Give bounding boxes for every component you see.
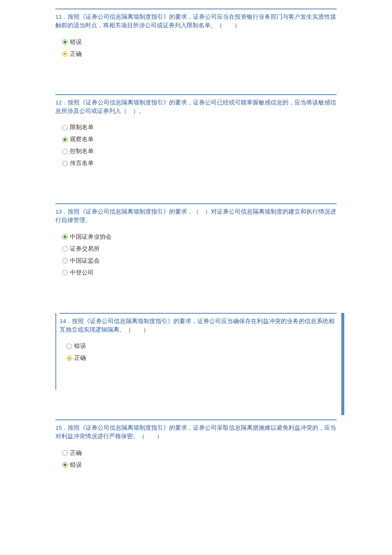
option-label: 传言名单 [70, 159, 94, 167]
question-divider: 12．按照《证券公司信息隔离墙制度指引》的要求，证券公司已经或可能掌握敏感信息的… [55, 94, 337, 119]
option-label: 正确 [74, 354, 86, 362]
question-number: 15． [55, 425, 68, 431]
question-divider: 14．按照《证券公司信息隔离墙制度指引》的要求，证券公司应当确保存在利益冲突的业… [60, 313, 337, 338]
question-number: 13． [55, 208, 68, 215]
question-divider: 13．按照《证券公司信息隔离墙制度指引》的要求，（ ）对证券公司信息隔离墙制度的… [55, 203, 337, 228]
radio-icon[interactable] [62, 161, 68, 166]
radio-icon[interactable] [62, 149, 68, 154]
radio-icon[interactable] [62, 51, 68, 57]
radio-icon[interactable] [66, 344, 72, 349]
question-number: 14． [60, 318, 72, 324]
options-group: 错误 正确 [60, 338, 337, 364]
question-body: 按照《证券公司信息隔离墙制度指引》的要求，证券公司应当确保存在利益冲突的业务的信… [60, 318, 334, 333]
option-label: 错误 [70, 461, 82, 469]
question-divider: 11．按照《证券公司信息隔离墙制度指引》的要求，证券公司应当在投资银行业务部门与… [55, 9, 337, 34]
option-row[interactable]: 错误 [62, 459, 337, 471]
question-11: 11．按照《证券公司信息隔离墙制度指引》的要求，证券公司应当在投资银行业务部门与… [55, 9, 337, 60]
option-row[interactable]: 观察名单 [62, 133, 337, 145]
option-label: 中国证监会 [70, 257, 100, 265]
option-label: 限制名单 [70, 124, 94, 131]
option-row[interactable]: 错误 [62, 36, 337, 48]
question-number: 11． [55, 14, 68, 20]
question-12: 12．按照《证券公司信息隔离墙制度指引》的要求，证券公司已经或可能掌握敏感信息的… [55, 94, 337, 170]
option-row[interactable]: 正确 [62, 48, 337, 60]
option-label: 观察名单 [70, 136, 94, 143]
radio-icon[interactable] [62, 450, 68, 456]
option-label: 错误 [70, 38, 82, 46]
option-row[interactable]: 传言名单 [62, 157, 337, 169]
question-14-box: 14．按照《证券公司信息隔离墙制度指引》的要求，证券公司应当确保存在利益冲突的业… [55, 313, 337, 390]
question-body: 按照《证券公司信息隔离墙制度指引》的要求，证券公司采取信息隔离措施难以避免利益冲… [55, 425, 336, 439]
option-label: 正确 [70, 449, 82, 457]
question-13: 13．按照《证券公司信息隔离墙制度指引》的要求，（ ）对证券公司信息隔离墙制度的… [55, 203, 337, 279]
option-label: 中国证券业协会 [70, 233, 112, 241]
option-label: 控制名单 [70, 147, 94, 155]
radio-icon[interactable] [62, 137, 68, 142]
options-group: 正确 错误 [55, 445, 337, 471]
radio-icon[interactable] [66, 356, 72, 361]
question-text: 11．按照《证券公司信息隔离墙制度指引》的要求，证券公司应当在投资银行业务部门与… [55, 13, 337, 34]
radio-icon[interactable] [62, 258, 68, 263]
options-group: 限制名单 观察名单 控制名单 传言名单 [55, 119, 337, 169]
option-label: 错误 [74, 342, 86, 350]
option-label: 证券交易所 [70, 245, 100, 253]
question-text: 14．按照《证券公司信息隔离墙制度指引》的要求，证券公司应当确保存在利益冲突的业… [60, 317, 337, 338]
question-body: 按照《证券公司信息隔离墙制度指引》的要求，（ ）对证券公司信息隔离墙制度的建立和… [55, 208, 336, 223]
options-group: 中国证券业协会 证券交易所 中国证监会 中登公司 [55, 228, 337, 279]
radio-icon[interactable] [62, 125, 68, 130]
question-body: 按照《证券公司信息隔离墙制度指引》的要求，证券公司应当在投资银行业务部门与客户发… [55, 14, 336, 29]
radio-icon[interactable] [62, 462, 68, 468]
option-row[interactable]: 证券交易所 [62, 243, 337, 255]
radio-icon[interactable] [62, 270, 68, 275]
option-row[interactable]: 控制名单 [62, 145, 337, 157]
question-number: 12． [55, 99, 68, 106]
radio-icon[interactable] [62, 39, 68, 45]
option-row[interactable]: 中登公司 [62, 267, 337, 279]
option-row[interactable]: 正确 [66, 352, 337, 364]
question-divider: 15．按照《证券公司信息隔离墙制度指引》的要求，证券公司采取信息隔离措施难以避免… [55, 419, 337, 445]
option-label: 正确 [70, 50, 82, 58]
question-text: 12．按照《证券公司信息隔离墙制度指引》的要求，证券公司已经或可能掌握敏感信息的… [55, 98, 337, 119]
option-label: 中登公司 [70, 269, 94, 277]
question-15: 15．按照《证券公司信息隔离墙制度指引》的要求，证券公司采取信息隔离措施难以避免… [55, 419, 337, 471]
option-row[interactable]: 中国证监会 [62, 255, 337, 267]
radio-icon[interactable] [62, 246, 68, 251]
right-bar-icon [341, 313, 344, 416]
question-body: 按照《证券公司信息隔离墙制度指引》的要求，证券公司已经或可能掌握敏感信息的，应当… [55, 99, 336, 114]
question-14-wrapper: 14．按照《证券公司信息隔离墙制度指引》的要求，证券公司应当确保存在利益冲突的业… [55, 313, 337, 390]
options-group: 错误 正确 [55, 34, 337, 60]
radio-icon[interactable] [62, 234, 68, 240]
question-text: 13．按照《证券公司信息隔离墙制度指引》的要求，（ ）对证券公司信息隔离墙制度的… [55, 208, 337, 228]
option-row[interactable]: 中国证券业协会 [62, 231, 337, 243]
option-row[interactable]: 正确 [62, 447, 337, 459]
option-row[interactable]: 错误 [66, 340, 337, 352]
question-text: 15．按照《证券公司信息隔离墙制度指引》的要求，证券公司采取信息隔离措施难以避免… [55, 424, 337, 445]
option-row[interactable]: 限制名单 [62, 121, 337, 133]
